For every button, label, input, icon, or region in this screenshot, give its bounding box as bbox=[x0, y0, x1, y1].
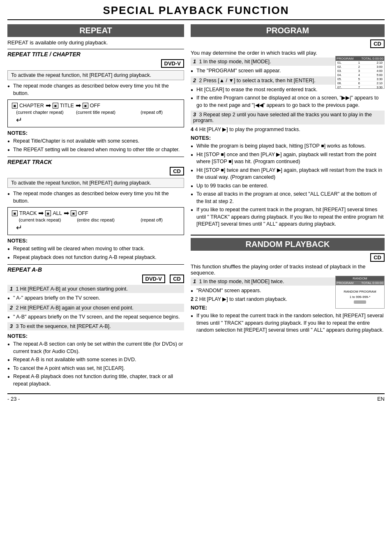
prog-notes-label: NOTES: bbox=[191, 135, 385, 141]
repeat-tc-notes-label: NOTES: bbox=[7, 130, 184, 136]
program-screen-row: 05.53:30 bbox=[336, 77, 384, 81]
ab-step1-bullets: " A-" appears briefly on the TV screen. bbox=[7, 295, 184, 302]
rand-notes: If you like to repeat the current track … bbox=[191, 312, 385, 334]
random-screen-subheader: PROGRAM TOTAL 0:00:00 bbox=[336, 281, 384, 285]
random-section: RANDOM PLAYBACK CD This function shuffle… bbox=[191, 235, 385, 334]
rand-note1: If you like to repeat the current track … bbox=[191, 312, 385, 334]
program-screen-row: 06.62:10 bbox=[336, 81, 384, 85]
prog-step3: 3 3 Repeat step 2 until you have selecte… bbox=[191, 111, 385, 125]
prog-step1-bullets: The "PROGRAM" screen will appear. bbox=[191, 67, 385, 75]
prog-step1-b1: The "PROGRAM" screen will appear. bbox=[191, 67, 385, 75]
cd-badge-program: CD bbox=[370, 39, 385, 48]
ab-step1-title: 1 1 Hit [REPEAT A-B] at your chosen star… bbox=[7, 285, 184, 293]
ab-step3-title: 3 3 To exit the sequence, hit [REPEAT A-… bbox=[7, 322, 184, 330]
ab-note1: The repeat A-B section can only be set w… bbox=[7, 341, 184, 355]
off-label2: OFF bbox=[78, 210, 88, 216]
repeat-tc-b1: The repeat mode changes as described bel… bbox=[7, 83, 184, 97]
ab-note4: Repeat A-B playback does not function du… bbox=[7, 373, 184, 388]
random-title: RANDOM PLAYBACK bbox=[191, 238, 385, 251]
repeat-track-notes: Repeat setting will be cleared when movi… bbox=[7, 245, 184, 261]
repeat-ab-label: REPEAT A-B bbox=[7, 264, 184, 273]
track-sub1: (current track repeat) bbox=[12, 217, 68, 222]
prog-note4: Up to 99 tracks can be entered. bbox=[191, 182, 385, 190]
repeat-track-b1: The repeat mode changes as described bel… bbox=[7, 190, 184, 205]
repeat-tc-note2: The REPEAT setting will be cleared when … bbox=[7, 146, 184, 154]
ab-step2-title: 2 2 Hit [REPEAT A-B] again at your chose… bbox=[7, 304, 184, 312]
arrow2: ➡ bbox=[76, 102, 81, 109]
program-screen-header: PROGRAM TOTAL 0:00:00 bbox=[336, 56, 384, 61]
lang-label: EN bbox=[377, 396, 385, 402]
program-intro: You may determine the order in which tra… bbox=[191, 50, 385, 56]
program-screen-row: 01.12:10 bbox=[336, 61, 384, 65]
chapter-label: CHAPTER bbox=[19, 103, 44, 108]
off-icon1: ▣ bbox=[83, 103, 88, 108]
diag-sub2: (current title repeat) bbox=[68, 110, 124, 115]
prog-note2: Hit [STOP ■] once and then [PLAY ▶] agai… bbox=[191, 151, 385, 166]
track-label: TRACK bbox=[19, 210, 37, 216]
prog-notes: While the program is being played back, … bbox=[191, 143, 385, 228]
repeat-track-note2: Repeat playback does not function during… bbox=[7, 254, 184, 261]
right-column: PROGRAM CD You may determine the order i… bbox=[191, 24, 385, 389]
page-title: SPECIAL PLAYBACK FUNCTION bbox=[7, 4, 385, 20]
title-label: TITLE bbox=[60, 103, 74, 108]
prog-step2-bullets: Hit [CLEAR] to erase the most recently e… bbox=[191, 86, 385, 109]
diag-sub1: (current chapter repeat) bbox=[12, 110, 68, 115]
ab-step1-b1: " A-" appears briefly on the TV screen. bbox=[7, 295, 184, 302]
track-icon: ▣ bbox=[12, 210, 18, 216]
repeat-tc-indent: To activate the repeat function, hit [RE… bbox=[7, 70, 184, 80]
track-all-diagram: ▣ TRACK ➡ ▣ ALL ➡ ▣ OFF (current track r… bbox=[7, 207, 184, 235]
ab-note2: Repeat A-B is not available with some sc… bbox=[7, 356, 184, 364]
dvd-v-badge-ab: DVD-V bbox=[142, 275, 165, 283]
prog-step2-b2: If the entire Program cannot be displaye… bbox=[191, 95, 385, 109]
repeat-intro: REPEAT is available only during playback… bbox=[7, 39, 184, 46]
repeat-title-chapter-label: REPEAT TITLE / CHAPTER bbox=[7, 49, 184, 58]
ab-step2-b1: " A-B" appears briefly on the TV screen,… bbox=[7, 314, 184, 321]
ab-notes: The repeat A-B section can only be set w… bbox=[7, 341, 184, 388]
all-icon: ▣ bbox=[45, 210, 51, 216]
prog-note3: Hit [STOP ■] twice and then [PLAY ▶] aga… bbox=[191, 167, 385, 181]
repeat-track-bullets: The repeat mode changes as described bel… bbox=[7, 190, 184, 205]
prog-note5: To erase all tracks in the program at on… bbox=[191, 191, 385, 205]
ab-step2-bullets: " A-B" appears briefly on the TV screen,… bbox=[7, 314, 184, 321]
repeat-tc-bullets: The repeat mode changes as described bel… bbox=[7, 83, 184, 97]
program-section: PROGRAM CD You may determine the order i… bbox=[191, 24, 385, 228]
diag-sub3: (repeat off) bbox=[124, 110, 180, 115]
random-screen-header: RANDOM bbox=[336, 276, 384, 281]
rand-step1-bullets: "RANDOM" screen appears. bbox=[191, 287, 385, 295]
repeat-tc-notes: Repeat Title/Chapter is not available wi… bbox=[7, 138, 184, 153]
all-label: ALL bbox=[53, 210, 62, 216]
chapter-icon: ▣ bbox=[12, 103, 18, 108]
random-screen-bar bbox=[354, 300, 366, 304]
prog-step2-b1: Hit [CLEAR] to erase the most recently e… bbox=[191, 86, 385, 94]
repeat-tc-note1: Repeat Title/Chapter is not available wi… bbox=[7, 138, 184, 145]
arrow1: ➡ bbox=[46, 102, 51, 109]
repeat-title: REPEAT bbox=[7, 24, 184, 37]
arrow4: ➡ bbox=[64, 210, 69, 217]
cd-badge-random: CD bbox=[370, 253, 385, 262]
rand-step1-b1: "RANDOM" screen appears. bbox=[191, 287, 385, 295]
program-screen-rows: 01.12:1002.23:0003.34:0004.45:0005.53:30… bbox=[336, 61, 384, 89]
prog-note1: While the program is being played back, … bbox=[191, 143, 385, 150]
off-icon2: ▣ bbox=[71, 210, 76, 216]
random-intro: This function shuffles the playing order… bbox=[191, 263, 385, 276]
track-sub2: (entire disc repeat) bbox=[68, 217, 124, 222]
cd-badge-ab: CD bbox=[170, 275, 184, 283]
title-icon: ▣ bbox=[53, 103, 58, 108]
prog-note6: If you like to repeat the current track … bbox=[191, 206, 385, 228]
cd-badge-track: CD bbox=[170, 167, 184, 175]
repeat-track-notes-label: NOTES: bbox=[7, 238, 184, 244]
track-sub3: (repeat off) bbox=[124, 217, 180, 222]
ab-note3: To cancel the A point which was set, hit… bbox=[7, 365, 184, 372]
chapter-title-diagram: ▣ CHAPTER ➡ ▣ TITLE ➡ ▣ OFF (current cha… bbox=[7, 99, 184, 127]
repeat-track-indent: To activate the repeat function, hit [RE… bbox=[7, 178, 184, 188]
page-number: - 23 - bbox=[7, 396, 20, 402]
repeat-track-note1: Repeat setting will be cleared when movi… bbox=[7, 245, 184, 253]
off-label1: OFF bbox=[90, 103, 100, 108]
repeat-section: REPEAT REPEAT is available only during p… bbox=[7, 24, 184, 389]
dvd-v-badge: DVD-V bbox=[161, 59, 184, 68]
prog-step4: 4 4 Hit [PLAY ▶] to play the programmed … bbox=[191, 126, 385, 132]
ab-notes-label: NOTES: bbox=[7, 333, 184, 339]
program-title: PROGRAM bbox=[191, 24, 385, 37]
arrow3: ➡ bbox=[38, 210, 44, 217]
repeat-track-label: REPEAT TRACK bbox=[7, 157, 184, 165]
